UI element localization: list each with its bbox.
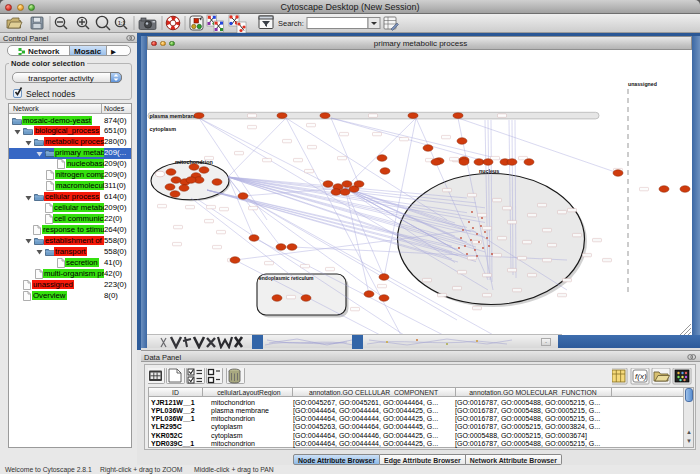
svg-text:Search:: Search: bbox=[278, 19, 304, 28]
svg-text:f(x): f(x) bbox=[635, 372, 647, 381]
svg-text:1:1: 1:1 bbox=[118, 20, 125, 26]
svg-text:cytoplasm: cytoplasm bbox=[150, 126, 177, 132]
svg-text:endoplasmic reticulum: endoplasmic reticulum bbox=[259, 275, 314, 281]
svg-text:nucleus: nucleus bbox=[479, 168, 499, 174]
svg-text:plasma membrane: plasma membrane bbox=[150, 113, 197, 119]
svg-text:unassigned: unassigned bbox=[628, 81, 657, 87]
